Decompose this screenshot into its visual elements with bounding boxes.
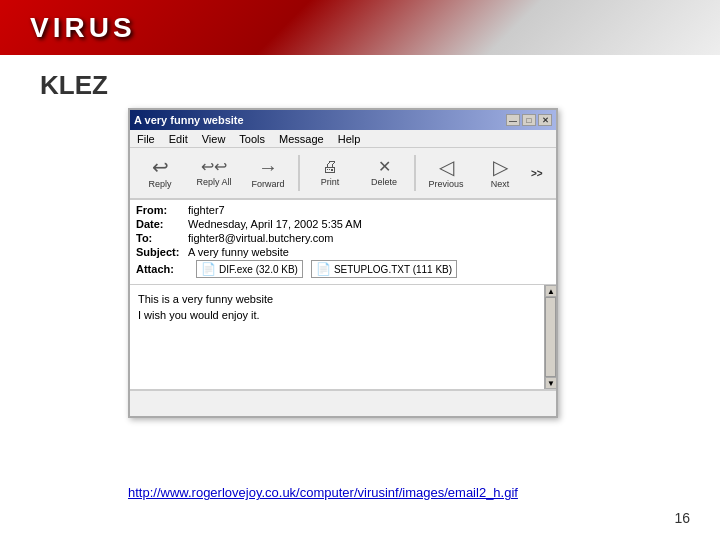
print-button[interactable]: 🖨 Print xyxy=(304,150,356,196)
from-row: From: fighter7 xyxy=(136,204,550,216)
delete-button[interactable]: ✕ Delete xyxy=(358,150,410,196)
toolbar: ↩ Reply ↩↩ Reply All → Forward 🖨 Print ✕… xyxy=(130,148,556,200)
scroll-thumb[interactable] xyxy=(545,297,556,377)
attach-row: Attach: 📄 DIF.exe (32.0 KB) 📄 SETUPLOG.T… xyxy=(136,260,550,278)
previous-button[interactable]: ◁ Previous xyxy=(420,150,472,196)
window-title: A very funny website xyxy=(134,114,244,126)
attachment-icon-2: 📄 xyxy=(316,262,331,276)
delete-icon: ✕ xyxy=(378,159,391,175)
menu-bar: File Edit View Tools Message Help xyxy=(130,130,556,148)
subject-value: A very funny website xyxy=(188,246,289,258)
attachment-2[interactable]: 📄 SETUPLOG.TXT (111 KB) xyxy=(311,260,457,278)
reply-all-label: Reply All xyxy=(196,177,231,187)
menu-file[interactable]: File xyxy=(134,133,158,145)
toolbar-separator xyxy=(298,155,300,191)
previous-icon: ◁ xyxy=(439,157,454,177)
next-button[interactable]: ▷ Next xyxy=(474,150,526,196)
page-title: KLEZ xyxy=(40,70,108,101)
maximize-button[interactable]: □ xyxy=(522,114,536,126)
reply-label: Reply xyxy=(148,179,171,189)
body-line-1: This is a very funny website xyxy=(138,293,548,305)
status-bar xyxy=(130,390,556,408)
attach-label: Attach: xyxy=(136,263,188,275)
menu-edit[interactable]: Edit xyxy=(166,133,191,145)
toolbar-more[interactable]: >> xyxy=(528,168,546,179)
subject-row: Subject: A very funny website xyxy=(136,246,550,258)
scroll-down-arrow[interactable]: ▼ xyxy=(545,377,557,389)
window-controls: — □ ✕ xyxy=(506,114,552,126)
print-label: Print xyxy=(321,177,340,187)
scroll-up-arrow[interactable]: ▲ xyxy=(545,285,557,297)
to-value: fighter8@virtual.butchery.com xyxy=(188,232,333,244)
from-value: fighter7 xyxy=(188,204,225,216)
vertical-scrollbar[interactable]: ▲ ▼ xyxy=(544,285,556,389)
email-header: From: fighter7 Date: Wednesday, April 17… xyxy=(130,200,556,285)
delete-label: Delete xyxy=(371,177,397,187)
attachment-name-1: DIF.exe (32.0 KB) xyxy=(219,264,298,275)
from-label: From: xyxy=(136,204,188,216)
next-label: Next xyxy=(491,179,510,189)
menu-message[interactable]: Message xyxy=(276,133,327,145)
menu-view[interactable]: View xyxy=(199,133,229,145)
body-line-2: I wish you would enjoy it. xyxy=(138,309,548,321)
reply-all-icon: ↩↩ xyxy=(201,159,227,175)
attachment-name-2: SETUPLOG.TXT (111 KB) xyxy=(334,264,452,275)
date-label: Date: xyxy=(136,218,188,230)
menu-tools[interactable]: Tools xyxy=(236,133,268,145)
menu-help[interactable]: Help xyxy=(335,133,364,145)
reply-button[interactable]: ↩ Reply xyxy=(134,150,186,196)
reply-all-button[interactable]: ↩↩ Reply All xyxy=(188,150,240,196)
previous-label: Previous xyxy=(428,179,463,189)
close-button[interactable]: ✕ xyxy=(538,114,552,126)
to-row: To: fighter8@virtual.butchery.com xyxy=(136,232,550,244)
attachment-icon-1: 📄 xyxy=(201,262,216,276)
window-title-bar: A very funny website — □ ✕ xyxy=(130,110,556,130)
forward-label: Forward xyxy=(251,179,284,189)
subject-label: Subject: xyxy=(136,246,188,258)
attachment-1[interactable]: 📄 DIF.exe (32.0 KB) xyxy=(196,260,303,278)
print-icon: 🖨 xyxy=(322,159,338,175)
source-link[interactable]: http://www.rogerlovejoy.co.uk/computer/v… xyxy=(128,485,518,500)
minimize-button[interactable]: — xyxy=(506,114,520,126)
top-banner: VIRUS xyxy=(0,0,720,55)
forward-button[interactable]: → Forward xyxy=(242,150,294,196)
date-row: Date: Wednesday, April 17, 2002 5:35 AM xyxy=(136,218,550,230)
date-value: Wednesday, April 17, 2002 5:35 AM xyxy=(188,218,362,230)
reply-icon: ↩ xyxy=(152,157,169,177)
email-body: This is a very funny website I wish you … xyxy=(130,285,556,390)
email-window: A very funny website — □ ✕ File Edit Vie… xyxy=(128,108,558,418)
page-number: 16 xyxy=(674,510,690,526)
to-label: To: xyxy=(136,232,188,244)
forward-icon: → xyxy=(258,157,278,177)
next-icon: ▷ xyxy=(493,157,508,177)
virus-text: VIRUS xyxy=(30,12,136,44)
toolbar-separator-2 xyxy=(414,155,416,191)
